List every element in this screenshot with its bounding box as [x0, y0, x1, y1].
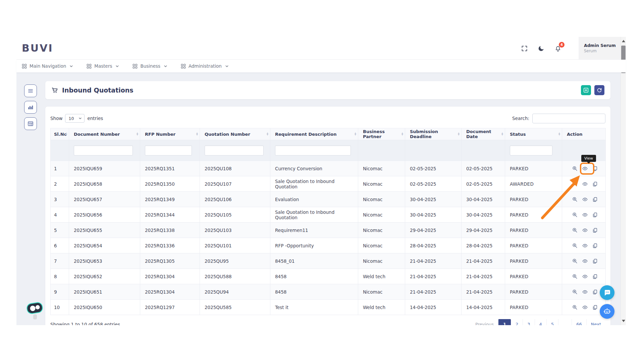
- zoom-in-icon[interactable]: [572, 258, 578, 264]
- col-header-quotation-number[interactable]: Quotation Number▲▼: [200, 128, 270, 140]
- view-icon[interactable]: [582, 289, 588, 295]
- menu-toggle-button[interactable]: [24, 84, 37, 97]
- cell-document-number: 2025IQU650: [69, 300, 140, 315]
- header-actions: 4: [521, 37, 561, 60]
- table-footer: Showing 1 to 10 of 658 entries Previous1…: [50, 319, 605, 325]
- sort-icon[interactable]: ▲▼: [355, 132, 356, 136]
- cell-requirement-description: Evaluation: [270, 192, 358, 207]
- search-input[interactable]: [532, 114, 605, 123]
- cell-submission-deadline: 21-04-2025: [405, 284, 462, 300]
- sort-icon[interactable]: ▲▼: [196, 132, 198, 136]
- filter-cell-rfp-number: [140, 140, 200, 161]
- nav-item-main-navigation[interactable]: Main Navigation: [22, 63, 73, 69]
- table-view-button[interactable]: [24, 117, 37, 130]
- col-header-status[interactable]: Status▲▼: [505, 128, 562, 140]
- zoom-in-icon[interactable]: [572, 243, 578, 248]
- view-icon[interactable]: [582, 274, 588, 279]
- vertical-scrollbar[interactable]: [621, 37, 626, 325]
- zoom-in-icon[interactable]: [572, 305, 578, 310]
- copy-icon[interactable]: [592, 289, 598, 295]
- col-header-rfp-number[interactable]: RFP Number▲▼: [140, 128, 200, 140]
- zoom-in-icon[interactable]: [572, 289, 578, 295]
- app-viewport: BUVI 4 Admin Serum Serum: [16, 37, 626, 325]
- assistant-fab-button[interactable]: [600, 304, 614, 319]
- scroll-down-arrow[interactable]: [622, 320, 625, 322]
- zoom-in-icon[interactable]: [572, 228, 578, 233]
- sort-icon[interactable]: ▲▼: [137, 132, 138, 136]
- refresh-button[interactable]: [594, 85, 604, 95]
- pagination-page-4[interactable]: 4: [535, 319, 546, 325]
- cell-action: [562, 269, 606, 284]
- filter-cell-document-number: [69, 140, 140, 161]
- nav-item-business[interactable]: Business: [132, 63, 167, 69]
- filter-input-requirement-description[interactable]: [275, 145, 351, 156]
- pagination-page-2[interactable]: 2: [511, 319, 523, 325]
- filter-input-quotation-number[interactable]: [205, 145, 264, 156]
- col-header-requirement-description[interactable]: Requirement Description▲▼: [270, 128, 358, 140]
- zoom-in-icon[interactable]: [572, 274, 578, 279]
- col-header-document-date[interactable]: Document Date▲▼: [462, 128, 505, 140]
- sort-icon[interactable]: ▲▼: [558, 132, 560, 136]
- copy-icon[interactable]: [592, 258, 598, 264]
- filter-input-rfp-number[interactable]: [145, 145, 192, 156]
- user-role: Serum: [584, 49, 621, 53]
- cell-status: PARKED: [505, 269, 562, 284]
- nav-item-masters[interactable]: Masters: [87, 63, 119, 69]
- scroll-up-arrow[interactable]: [622, 40, 625, 42]
- fullscreen-icon[interactable]: [521, 45, 528, 52]
- nav-item-administration[interactable]: Administration: [181, 63, 229, 69]
- copy-icon[interactable]: [592, 212, 598, 218]
- quick-sidebar: [24, 84, 37, 130]
- cell-submission-deadline: 30-04-2025: [405, 207, 462, 223]
- copy-icon[interactable]: [592, 243, 598, 248]
- user-menu[interactable]: Admin Serum Serum: [579, 37, 621, 59]
- cell-action: [562, 238, 606, 253]
- bar-chart-icon: [28, 104, 34, 110]
- table-controls: Show 10 entries Search:: [50, 114, 605, 123]
- pagination-page-66[interactable]: 66: [572, 319, 586, 325]
- pagination-page-…[interactable]: …: [558, 319, 572, 325]
- add-button[interactable]: [581, 85, 591, 95]
- mascot-robot-icon[interactable]: [25, 300, 45, 321]
- dark-mode-icon[interactable]: [537, 45, 545, 52]
- col-header-submission-deadline[interactable]: Submission Deadline▲▼: [405, 128, 462, 140]
- page-size-select[interactable]: 10: [65, 114, 85, 123]
- pagination-page-5[interactable]: 5: [546, 319, 558, 325]
- copy-icon[interactable]: [592, 197, 598, 202]
- sort-icon[interactable]: ▲▼: [458, 132, 460, 136]
- sort-icon[interactable]: ▲▼: [267, 132, 268, 136]
- chart-button[interactable]: [24, 101, 37, 114]
- pagination-page-3[interactable]: 3: [523, 319, 534, 325]
- chat-fab-button[interactable]: [600, 285, 614, 300]
- sort-icon[interactable]: ▲▼: [401, 132, 403, 136]
- filter-input-status[interactable]: [510, 145, 552, 156]
- sort-icon[interactable]: ▲▼: [65, 132, 67, 136]
- pagination-previous[interactable]: Previous: [471, 319, 498, 325]
- search-control: Search:: [512, 114, 605, 123]
- copy-icon[interactable]: [592, 274, 598, 279]
- cell-document-number: 2025IQU653: [69, 253, 140, 269]
- pagination-next[interactable]: Next: [586, 319, 605, 325]
- notifications-icon[interactable]: 4: [554, 45, 561, 52]
- entries-summary: Showing 1 to 10 of 658 entries: [50, 322, 120, 325]
- cell-document-date: 21-04-2025: [462, 269, 505, 284]
- copy-icon[interactable]: [592, 228, 598, 233]
- cell-quotation-number: 2025QU105: [200, 207, 270, 223]
- view-icon[interactable]: [582, 228, 588, 233]
- view-icon[interactable]: [582, 258, 588, 264]
- view-icon[interactable]: [582, 305, 588, 310]
- brand-logo[interactable]: BUVI: [22, 42, 53, 54]
- sort-icon[interactable]: ▲▼: [501, 132, 503, 136]
- copy-icon[interactable]: [592, 305, 598, 310]
- cell-rfp-number: 2025RQ1304: [140, 269, 200, 284]
- view-icon[interactable]: [582, 243, 588, 248]
- filter-input-document-number[interactable]: [74, 145, 133, 156]
- cart-icon: [51, 87, 58, 94]
- view-tooltip: View: [581, 155, 596, 162]
- col-header-business-partner[interactable]: Business Partner▲▼: [358, 128, 405, 140]
- filter-cell-sl-no: [51, 140, 69, 161]
- col-header-document-number[interactable]: Document Number▲▼: [69, 128, 140, 140]
- col-header-sl-no[interactable]: Sl.No▲▼: [51, 128, 69, 140]
- copy-icon[interactable]: [592, 181, 598, 187]
- pagination-page-1[interactable]: 1: [498, 319, 511, 325]
